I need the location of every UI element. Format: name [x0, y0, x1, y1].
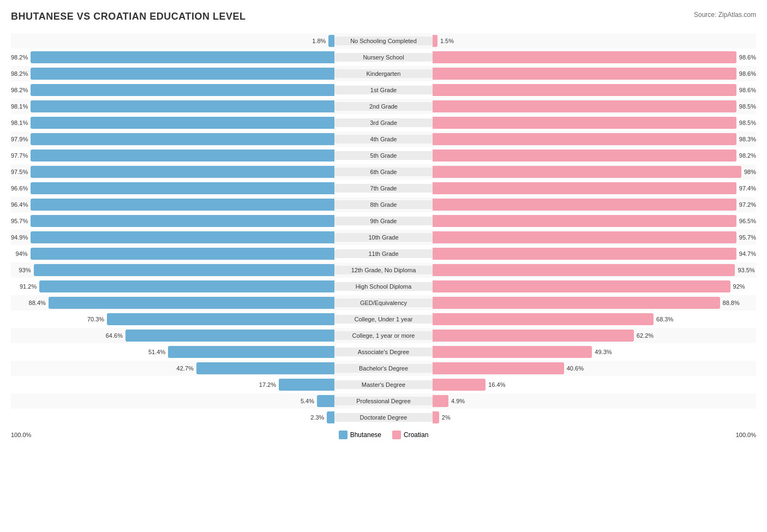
bhutanese-bar — [34, 264, 334, 276]
bar-row: 42.7%Bachelor's Degree40.6% — [11, 361, 756, 376]
center-label-container: 1st Grade — [334, 86, 433, 94]
bar-row: 97.9%4th Grade98.3% — [11, 131, 756, 147]
left-bar-container: 98.2% — [11, 84, 334, 96]
center-label-container: 5th Grade — [334, 151, 433, 160]
croatian-bar — [433, 150, 736, 162]
left-bar-container: 94.9% — [11, 231, 334, 243]
education-level-label: 7th Grade — [334, 184, 433, 193]
croatian-value: 98.2% — [739, 152, 756, 159]
croatian-value: 98% — [744, 169, 756, 175]
legend-bhutanese-box — [339, 431, 347, 439]
bhutanese-value: 42.7% — [177, 365, 194, 372]
bhutanese-bar — [328, 35, 334, 47]
center-label-container: 3rd Grade — [334, 118, 433, 127]
center-label-container: College, 1 year or more — [334, 331, 433, 340]
chart-source: Source: ZipAtlas.com — [694, 11, 756, 19]
bhutanese-bar — [31, 231, 334, 243]
education-level-label: 11th Grade — [334, 249, 433, 258]
croatian-value: 97.4% — [739, 185, 756, 192]
croatian-bar — [433, 313, 654, 325]
center-label-container: 10th Grade — [334, 233, 433, 242]
bar-row: 97.7%5th Grade98.2% — [11, 148, 756, 163]
education-level-label: 4th Grade — [334, 135, 433, 144]
croatian-bar — [433, 395, 448, 407]
croatian-value: 4.9% — [451, 398, 465, 404]
bhutanese-value: 2.3% — [310, 414, 324, 421]
center-label-container: Associate's Degree — [334, 348, 433, 356]
center-label-container: 7th Grade — [334, 184, 433, 193]
right-bar-container: 88.8% — [433, 297, 756, 309]
right-bar-container: 62.2% — [433, 330, 756, 342]
bhutanese-value: 98.2% — [11, 70, 28, 77]
left-bar-container: 1.8% — [11, 35, 334, 47]
education-level-label: 10th Grade — [334, 233, 433, 242]
bhutanese-bar — [31, 215, 334, 227]
bhutanese-bar — [125, 330, 334, 342]
bhutanese-bar — [31, 150, 334, 162]
bhutanese-bar — [31, 51, 334, 63]
croatian-bar — [433, 51, 736, 63]
center-label-container: Master's Degree — [334, 380, 433, 389]
education-level-label: Doctorate Degree — [334, 413, 433, 422]
croatian-value: 96.5% — [739, 218, 756, 224]
left-bar-container: 91.2% — [11, 280, 334, 292]
chart-footer: 100.0% Bhutanese Croatian 100.0% — [11, 431, 756, 439]
right-bar-container: 98.6% — [433, 68, 756, 80]
bhutanese-bar — [31, 117, 334, 129]
left-bar-container: 98.1% — [11, 117, 334, 129]
croatian-bar — [433, 280, 730, 292]
croatian-value: 98.3% — [739, 136, 756, 142]
croatian-bar — [433, 215, 736, 227]
right-bar-container: 98.2% — [433, 150, 756, 162]
croatian-bar — [433, 411, 439, 423]
bhutanese-bar — [31, 182, 334, 194]
left-bar-container: 95.7% — [11, 215, 334, 227]
croatian-value: 40.6% — [567, 365, 584, 372]
right-bar-container: 4.9% — [433, 395, 756, 407]
bhutanese-bar — [31, 100, 334, 112]
right-bar-container: 40.6% — [433, 362, 756, 374]
left-bar-container: 64.6% — [11, 330, 334, 342]
bhutanese-bar — [31, 68, 334, 80]
bhutanese-value: 17.2% — [259, 381, 276, 388]
education-level-label: 1st Grade — [334, 86, 433, 94]
croatian-bar — [433, 379, 486, 391]
bhutanese-value: 70.3% — [87, 316, 104, 322]
bhutanese-value: 94.9% — [11, 234, 28, 241]
left-bar-container: 96.6% — [11, 182, 334, 194]
right-bar-container: 98% — [433, 166, 756, 178]
bhutanese-value: 96.6% — [11, 185, 28, 192]
education-level-label: 12th Grade, No Diploma — [334, 266, 433, 274]
bar-row: 97.5%6th Grade98% — [11, 164, 756, 180]
bar-row: 91.2%High School Diploma92% — [11, 279, 756, 294]
bar-row: 64.6%College, 1 year or more62.2% — [11, 328, 756, 343]
left-bar-container: 96.4% — [11, 199, 334, 211]
bhutanese-bar — [39, 280, 334, 292]
education-level-label: 2nd Grade — [334, 102, 433, 111]
right-bar-container: 96.5% — [433, 215, 756, 227]
education-level-label: 9th Grade — [334, 217, 433, 225]
right-bar-container: 98.3% — [433, 133, 756, 145]
bar-row: 88.4%GED/Equivalency88.8% — [11, 295, 756, 310]
croatian-value: 98.6% — [739, 87, 756, 93]
croatian-value: 49.3% — [595, 349, 612, 355]
left-bar-container: 98.2% — [11, 51, 334, 63]
bhutanese-bar — [31, 199, 334, 211]
bar-row: 93%12th Grade, No Diploma93.5% — [11, 262, 756, 278]
center-label-container: 8th Grade — [334, 200, 433, 209]
left-bar-container: 51.4% — [11, 346, 334, 358]
center-label-container: 12th Grade, No Diploma — [334, 266, 433, 274]
bar-row: 5.4%Professional Degree4.9% — [11, 393, 756, 409]
bhutanese-value: 94% — [16, 250, 28, 257]
bhutanese-bar — [31, 133, 334, 145]
education-level-label: GED/Equivalency — [334, 298, 433, 307]
bar-row: 98.1%2nd Grade98.5% — [11, 99, 756, 114]
bhutanese-value: 98.2% — [11, 87, 28, 93]
education-level-label: Professional Degree — [334, 397, 433, 405]
left-bar-container: 94% — [11, 248, 334, 260]
right-bar-container: 97.2% — [433, 199, 756, 211]
croatian-bar — [433, 264, 735, 276]
chart-area: 1.8%No Schooling Completed1.5%98.2%Nurse… — [11, 33, 756, 425]
bhutanese-bar — [196, 362, 334, 374]
footer-left-value: 100.0% — [11, 432, 31, 438]
